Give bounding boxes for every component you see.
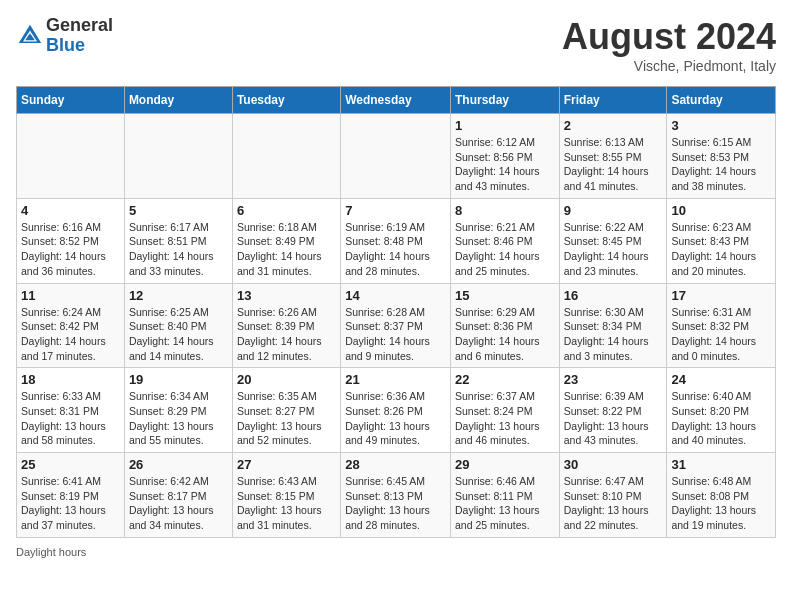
day-info: Sunrise: 6:48 AM Sunset: 8:08 PM Dayligh… bbox=[671, 474, 771, 533]
day-info: Sunrise: 6:21 AM Sunset: 8:46 PM Dayligh… bbox=[455, 220, 555, 279]
day-number: 22 bbox=[455, 372, 555, 387]
day-info: Sunrise: 6:42 AM Sunset: 8:17 PM Dayligh… bbox=[129, 474, 228, 533]
calendar-day-cell: 5Sunrise: 6:17 AM Sunset: 8:51 PM Daylig… bbox=[124, 198, 232, 283]
logo: General Blue bbox=[16, 16, 113, 56]
weekday-header: Tuesday bbox=[232, 87, 340, 114]
day-number: 15 bbox=[455, 288, 555, 303]
calendar-day-cell: 2Sunrise: 6:13 AM Sunset: 8:55 PM Daylig… bbox=[559, 114, 667, 199]
weekday-header: Saturday bbox=[667, 87, 776, 114]
logo-general: General bbox=[46, 16, 113, 36]
calendar-week-row: 11Sunrise: 6:24 AM Sunset: 8:42 PM Dayli… bbox=[17, 283, 776, 368]
calendar-day-cell: 27Sunrise: 6:43 AM Sunset: 8:15 PM Dayli… bbox=[232, 453, 340, 538]
calendar-table: SundayMondayTuesdayWednesdayThursdayFrid… bbox=[16, 86, 776, 538]
day-number: 19 bbox=[129, 372, 228, 387]
calendar-day-cell: 21Sunrise: 6:36 AM Sunset: 8:26 PM Dayli… bbox=[341, 368, 451, 453]
calendar-week-row: 1Sunrise: 6:12 AM Sunset: 8:56 PM Daylig… bbox=[17, 114, 776, 199]
day-info: Sunrise: 6:24 AM Sunset: 8:42 PM Dayligh… bbox=[21, 305, 120, 364]
day-info: Sunrise: 6:12 AM Sunset: 8:56 PM Dayligh… bbox=[455, 135, 555, 194]
page-header: General Blue August 2024 Vische, Piedmon… bbox=[16, 16, 776, 74]
calendar-day-cell: 10Sunrise: 6:23 AM Sunset: 8:43 PM Dayli… bbox=[667, 198, 776, 283]
calendar-day-cell: 18Sunrise: 6:33 AM Sunset: 8:31 PM Dayli… bbox=[17, 368, 125, 453]
calendar-day-cell: 17Sunrise: 6:31 AM Sunset: 8:32 PM Dayli… bbox=[667, 283, 776, 368]
day-info: Sunrise: 6:45 AM Sunset: 8:13 PM Dayligh… bbox=[345, 474, 446, 533]
calendar-day-cell bbox=[17, 114, 125, 199]
day-number: 13 bbox=[237, 288, 336, 303]
weekday-header: Sunday bbox=[17, 87, 125, 114]
calendar-day-cell: 24Sunrise: 6:40 AM Sunset: 8:20 PM Dayli… bbox=[667, 368, 776, 453]
calendar-day-cell: 15Sunrise: 6:29 AM Sunset: 8:36 PM Dayli… bbox=[450, 283, 559, 368]
calendar-week-row: 18Sunrise: 6:33 AM Sunset: 8:31 PM Dayli… bbox=[17, 368, 776, 453]
calendar-day-cell: 19Sunrise: 6:34 AM Sunset: 8:29 PM Dayli… bbox=[124, 368, 232, 453]
weekday-header: Friday bbox=[559, 87, 667, 114]
weekday-header: Thursday bbox=[450, 87, 559, 114]
day-info: Sunrise: 6:37 AM Sunset: 8:24 PM Dayligh… bbox=[455, 389, 555, 448]
day-number: 5 bbox=[129, 203, 228, 218]
calendar-day-cell bbox=[341, 114, 451, 199]
day-number: 25 bbox=[21, 457, 120, 472]
calendar-day-cell: 6Sunrise: 6:18 AM Sunset: 8:49 PM Daylig… bbox=[232, 198, 340, 283]
calendar-week-row: 25Sunrise: 6:41 AM Sunset: 8:19 PM Dayli… bbox=[17, 453, 776, 538]
day-info: Sunrise: 6:25 AM Sunset: 8:40 PM Dayligh… bbox=[129, 305, 228, 364]
calendar-day-cell: 13Sunrise: 6:26 AM Sunset: 8:39 PM Dayli… bbox=[232, 283, 340, 368]
calendar-day-cell: 12Sunrise: 6:25 AM Sunset: 8:40 PM Dayli… bbox=[124, 283, 232, 368]
day-info: Sunrise: 6:31 AM Sunset: 8:32 PM Dayligh… bbox=[671, 305, 771, 364]
day-number: 1 bbox=[455, 118, 555, 133]
day-info: Sunrise: 6:43 AM Sunset: 8:15 PM Dayligh… bbox=[237, 474, 336, 533]
calendar-day-cell: 9Sunrise: 6:22 AM Sunset: 8:45 PM Daylig… bbox=[559, 198, 667, 283]
day-number: 28 bbox=[345, 457, 446, 472]
day-info: Sunrise: 6:28 AM Sunset: 8:37 PM Dayligh… bbox=[345, 305, 446, 364]
calendar-day-cell: 3Sunrise: 6:15 AM Sunset: 8:53 PM Daylig… bbox=[667, 114, 776, 199]
day-number: 4 bbox=[21, 203, 120, 218]
day-info: Sunrise: 6:18 AM Sunset: 8:49 PM Dayligh… bbox=[237, 220, 336, 279]
day-info: Sunrise: 6:22 AM Sunset: 8:45 PM Dayligh… bbox=[564, 220, 663, 279]
calendar-day-cell: 11Sunrise: 6:24 AM Sunset: 8:42 PM Dayli… bbox=[17, 283, 125, 368]
day-number: 27 bbox=[237, 457, 336, 472]
weekday-header: Monday bbox=[124, 87, 232, 114]
logo-text: General Blue bbox=[46, 16, 113, 56]
day-number: 20 bbox=[237, 372, 336, 387]
day-number: 7 bbox=[345, 203, 446, 218]
day-info: Sunrise: 6:26 AM Sunset: 8:39 PM Dayligh… bbox=[237, 305, 336, 364]
day-info: Sunrise: 6:19 AM Sunset: 8:48 PM Dayligh… bbox=[345, 220, 446, 279]
daylight-label: Daylight hours bbox=[16, 546, 86, 558]
calendar-day-cell: 22Sunrise: 6:37 AM Sunset: 8:24 PM Dayli… bbox=[450, 368, 559, 453]
calendar-location: Vische, Piedmont, Italy bbox=[562, 58, 776, 74]
calendar-day-cell: 7Sunrise: 6:19 AM Sunset: 8:48 PM Daylig… bbox=[341, 198, 451, 283]
day-info: Sunrise: 6:23 AM Sunset: 8:43 PM Dayligh… bbox=[671, 220, 771, 279]
day-info: Sunrise: 6:29 AM Sunset: 8:36 PM Dayligh… bbox=[455, 305, 555, 364]
calendar-day-cell: 25Sunrise: 6:41 AM Sunset: 8:19 PM Dayli… bbox=[17, 453, 125, 538]
logo-icon bbox=[16, 22, 44, 50]
day-number: 2 bbox=[564, 118, 663, 133]
day-info: Sunrise: 6:30 AM Sunset: 8:34 PM Dayligh… bbox=[564, 305, 663, 364]
calendar-day-cell: 29Sunrise: 6:46 AM Sunset: 8:11 PM Dayli… bbox=[450, 453, 559, 538]
day-info: Sunrise: 6:39 AM Sunset: 8:22 PM Dayligh… bbox=[564, 389, 663, 448]
calendar-day-cell: 26Sunrise: 6:42 AM Sunset: 8:17 PM Dayli… bbox=[124, 453, 232, 538]
day-number: 3 bbox=[671, 118, 771, 133]
day-info: Sunrise: 6:40 AM Sunset: 8:20 PM Dayligh… bbox=[671, 389, 771, 448]
calendar-day-cell: 28Sunrise: 6:45 AM Sunset: 8:13 PM Dayli… bbox=[341, 453, 451, 538]
day-info: Sunrise: 6:35 AM Sunset: 8:27 PM Dayligh… bbox=[237, 389, 336, 448]
day-number: 10 bbox=[671, 203, 771, 218]
logo-blue: Blue bbox=[46, 36, 113, 56]
day-number: 8 bbox=[455, 203, 555, 218]
calendar-week-row: 4Sunrise: 6:16 AM Sunset: 8:52 PM Daylig… bbox=[17, 198, 776, 283]
day-number: 14 bbox=[345, 288, 446, 303]
day-number: 16 bbox=[564, 288, 663, 303]
day-info: Sunrise: 6:15 AM Sunset: 8:53 PM Dayligh… bbox=[671, 135, 771, 194]
day-number: 23 bbox=[564, 372, 663, 387]
calendar-day-cell: 1Sunrise: 6:12 AM Sunset: 8:56 PM Daylig… bbox=[450, 114, 559, 199]
title-block: August 2024 Vische, Piedmont, Italy bbox=[562, 16, 776, 74]
day-info: Sunrise: 6:34 AM Sunset: 8:29 PM Dayligh… bbox=[129, 389, 228, 448]
day-number: 21 bbox=[345, 372, 446, 387]
day-info: Sunrise: 6:16 AM Sunset: 8:52 PM Dayligh… bbox=[21, 220, 120, 279]
day-number: 12 bbox=[129, 288, 228, 303]
weekday-header: Wednesday bbox=[341, 87, 451, 114]
day-number: 11 bbox=[21, 288, 120, 303]
legend: Daylight hours bbox=[16, 546, 776, 558]
calendar-day-cell: 8Sunrise: 6:21 AM Sunset: 8:46 PM Daylig… bbox=[450, 198, 559, 283]
day-info: Sunrise: 6:36 AM Sunset: 8:26 PM Dayligh… bbox=[345, 389, 446, 448]
day-number: 24 bbox=[671, 372, 771, 387]
calendar-title: August 2024 bbox=[562, 16, 776, 58]
day-number: 31 bbox=[671, 457, 771, 472]
day-number: 18 bbox=[21, 372, 120, 387]
